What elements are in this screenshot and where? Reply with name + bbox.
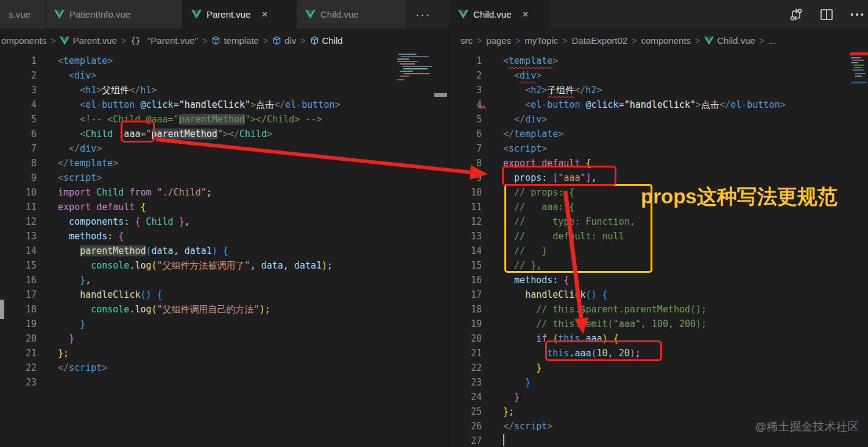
code-line[interactable]: 19 } xyxy=(0,317,434,331)
code-line[interactable]: 17 handleClick() { xyxy=(0,287,434,302)
code-line[interactable]: 5 </div> xyxy=(450,112,850,127)
code-line[interactable]: 11 // aaa: { xyxy=(450,200,850,214)
editor-parent-vue[interactable]: 1<template>2 <div>3 <h1>父组件</h1>4 <el-bu… xyxy=(0,52,434,447)
code-line[interactable]: 22</script> xyxy=(0,361,434,375)
breadcrumb-item[interactable]: src xyxy=(460,35,473,46)
code-line[interactable]: 27 xyxy=(450,434,850,447)
breadcrumb-item-div[interactable]: div xyxy=(272,35,296,46)
code-line[interactable]: 10import Child from "./Child"; xyxy=(0,185,434,200)
line-number: 8 xyxy=(0,156,37,171)
line-number: 10 xyxy=(0,185,37,200)
breadcrumb-item[interactable]: myTopic xyxy=(524,35,558,46)
code-line[interactable]: 14 // } xyxy=(450,244,850,258)
scrollbar-strip[interactable] xyxy=(434,52,449,447)
code-line[interactable]: 9<script> xyxy=(0,171,434,185)
tab-patientinfo-vue[interactable]: PatientInfo.vue xyxy=(46,0,183,29)
code-line[interactable]: 4 <el-button @click="handleClick">点击</el… xyxy=(450,97,850,112)
tab-child-vue-left[interactable]: Child.vue xyxy=(297,0,407,29)
code-line[interactable]: 5 <!-- <Child @aaa="parentMethod"></Chil… xyxy=(0,112,434,127)
open-changes-icon[interactable] xyxy=(789,7,803,22)
line-number: 2 xyxy=(0,68,37,83)
breadcrumb-item-more[interactable]: ... xyxy=(769,35,777,46)
code-line[interactable]: 24 } xyxy=(450,390,850,404)
line-number: 9 xyxy=(450,171,482,185)
code-line[interactable]: 3 <h2>子组件</h2> xyxy=(450,83,850,97)
code-line[interactable]: 25}; xyxy=(450,404,850,419)
breadcrumb-item-file[interactable]: Child.vue xyxy=(704,35,755,46)
code-line[interactable]: 3 <h1>父组件</h1> xyxy=(0,83,434,97)
breadcrumb-item[interactable]: omponents xyxy=(1,35,46,46)
line-number: 26 xyxy=(450,419,482,434)
code-line[interactable]: 18 // this.$parent.parentMethod(); xyxy=(450,302,850,317)
code-line[interactable]: 10 // props: { xyxy=(450,185,850,200)
code-line[interactable]: 11export default { xyxy=(0,200,434,214)
minimap-right[interactable] xyxy=(850,52,868,107)
line-number: 27 xyxy=(450,434,482,447)
code-line[interactable]: 26</script> xyxy=(450,419,850,434)
line-number: 12 xyxy=(0,214,37,229)
code-line[interactable]: 21 this.aaa(10, 20); xyxy=(450,346,850,361)
line-number: 5 xyxy=(450,112,482,127)
code-line[interactable]: 15 // }, xyxy=(450,258,850,273)
tab-s-vue[interactable]: s.vue xyxy=(0,0,46,29)
close-icon[interactable]: × xyxy=(523,9,529,19)
code-line[interactable]: 16 methods: { xyxy=(450,273,850,287)
minimap-left[interactable] xyxy=(396,52,434,86)
code-line[interactable]: 17 handleClick() { xyxy=(450,287,850,302)
code-line[interactable]: 2 <div> xyxy=(450,68,850,83)
code-line[interactable]: 8</template> xyxy=(0,156,434,171)
split-editor-icon[interactable] xyxy=(819,7,834,22)
code-line[interactable]: 22 } xyxy=(450,361,850,375)
tab-parent-vue[interactable]: Parent.vue × xyxy=(183,0,297,29)
breadcrumb-item[interactable]: pages xyxy=(486,35,511,46)
code-line[interactable]: 21}; xyxy=(0,346,434,361)
breadcrumb-separator: > xyxy=(477,36,482,46)
line-number: 20 xyxy=(0,331,37,346)
code-line[interactable]: 6 <Child :aaa="parentMethod"></Child> xyxy=(0,127,434,141)
line-number: 17 xyxy=(450,287,482,302)
line-number: 3 xyxy=(450,83,482,97)
code-line[interactable]: 23 } xyxy=(450,375,850,390)
code-line[interactable]: 7<script> xyxy=(450,141,850,156)
code-line[interactable]: 14 parentMethod(data, data1) { xyxy=(0,244,434,258)
breadcrumb-item-file[interactable]: Parent.vue xyxy=(60,35,117,46)
tab-overflow-button[interactable]: ··· xyxy=(415,8,431,21)
code-line[interactable]: 13 methods: { xyxy=(0,229,434,244)
code-line[interactable]: 8export default { xyxy=(450,156,850,171)
code-line[interactable]: 13 // default: null xyxy=(450,229,850,244)
tab-label: PatientInfo.vue xyxy=(69,9,130,19)
code-line[interactable]: 1<template> xyxy=(0,54,434,68)
code-line[interactable]: 16 }, xyxy=(0,273,434,287)
code-line[interactable]: 19 // this.$emit("aaa", 100, 200); xyxy=(450,317,850,331)
code-line[interactable]: 6</template> xyxy=(450,127,850,141)
code-line[interactable]: 4 <el-button @click="handleClick">点击</el… xyxy=(0,97,434,112)
breadcrumb-item[interactable]: DataExport02 xyxy=(571,35,627,46)
code-line[interactable]: 12 // type: Function, xyxy=(450,214,850,229)
scrollbar-slider[interactable] xyxy=(434,93,447,97)
line-number: 22 xyxy=(0,361,37,375)
code-line[interactable]: 1<template> xyxy=(450,54,850,68)
code-line[interactable]: 15 console.log("父组件方法被调用了", data, data1)… xyxy=(0,258,434,273)
breadcrumb-item[interactable]: components xyxy=(641,35,691,46)
breadcrumb-item-template[interactable]: template xyxy=(211,35,259,46)
code-line[interactable]: 20 } xyxy=(0,331,434,346)
line-number: 7 xyxy=(450,141,482,156)
line-number: 13 xyxy=(0,229,37,244)
code-line[interactable]: 18 console.log("父组件调用自己的方法"); xyxy=(0,302,434,317)
code-line[interactable]: 9 props: ["aaa"], xyxy=(450,171,850,185)
breadcrumb-item-child[interactable]: Child xyxy=(310,35,343,46)
line-number: 5 xyxy=(0,112,37,127)
code-line[interactable]: 12 components: { Child }, xyxy=(0,214,434,229)
vue-logo-icon xyxy=(191,10,202,19)
code-line[interactable]: 2 <div> xyxy=(0,68,434,83)
line-number: 9 xyxy=(0,171,37,185)
editor-child-vue[interactable]: 1<template>2 <div>3 <h2>子组件</h2>4 <el-bu… xyxy=(449,52,850,447)
breadcrumb-item-symbol[interactable]: {} "Parent.vue" xyxy=(130,35,198,46)
code-line[interactable]: 7 </div> xyxy=(0,141,434,156)
more-actions-icon[interactable] xyxy=(850,7,864,22)
left-scrollbar-handle[interactable] xyxy=(0,300,4,319)
tab-child-vue-right[interactable]: Child.vue × xyxy=(450,0,551,29)
close-icon[interactable]: × xyxy=(262,9,268,19)
code-line[interactable]: 20 if (this.aaa) { xyxy=(450,331,850,346)
code-line[interactable]: 23 xyxy=(0,375,434,390)
